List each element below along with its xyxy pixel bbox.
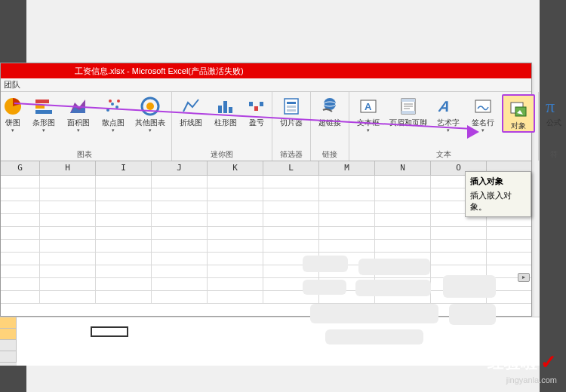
chevron-down-icon: ▾	[149, 127, 152, 133]
col-head-h[interactable]: H	[40, 161, 96, 175]
equation-button[interactable]: π 公式	[542, 94, 566, 127]
col-head-k[interactable]: K	[208, 161, 263, 175]
tab-team[interactable]: 团队	[4, 79, 20, 90]
svg-rect-1	[35, 100, 49, 103]
svg-point-9	[117, 100, 120, 103]
title-bar: 工资信息.xlsx - Microsoft Excel(产品激活失败)	[1, 63, 531, 78]
scatter-chart-button[interactable]: 散点图 ▾	[97, 94, 129, 133]
svg-rect-28	[401, 111, 415, 114]
object-button[interactable]: 对象	[505, 97, 532, 130]
watermark-redaction	[303, 256, 514, 346]
col-head-l[interactable]: L	[263, 161, 319, 175]
header-footer-icon	[398, 96, 419, 117]
svg-text:A: A	[365, 101, 372, 112]
other-charts-button[interactable]: 其他图表 ▾	[132, 94, 168, 133]
sparkline-line-button[interactable]: 折线图	[175, 94, 207, 127]
tooltip-title: 插入对象	[470, 176, 526, 187]
header-footer-button[interactable]: 页眉和页脚	[387, 94, 429, 127]
watermark-url: jingyanla.com	[488, 375, 557, 384]
pie-chart-icon	[2, 96, 23, 117]
svg-point-6	[111, 103, 114, 106]
slicer-button[interactable]: 切片器	[275, 94, 307, 127]
svg-rect-19	[287, 102, 296, 104]
svg-rect-20	[287, 106, 296, 108]
group-sparklines: 折线图 柱形图 盈亏 迷你图	[172, 92, 272, 161]
excel-window: 工资信息.xlsx - Microsoft Excel(产品激活失败) 团队 饼…	[0, 63, 532, 317]
signature-icon	[472, 96, 494, 117]
chevron-down-icon: ▾	[77, 127, 80, 133]
svg-point-22	[324, 98, 336, 110]
slicer-icon	[281, 96, 302, 117]
svg-rect-14	[229, 107, 232, 113]
wordart-icon: A	[438, 96, 459, 117]
equation-icon: π	[543, 96, 564, 117]
object-icon	[508, 99, 529, 120]
scatter-chart-icon	[103, 96, 124, 117]
pie-chart-button[interactable]: 饼图 ▾	[1, 94, 25, 133]
group-filter: 切片器 筛选器	[272, 92, 311, 161]
svg-rect-3	[35, 110, 52, 114]
ribbon: 饼图 ▾ 条形图 ▾ 面积图 ▾	[1, 92, 531, 161]
group-charts: 饼图 ▾ 条形图 ▾ 面积图 ▾	[1, 92, 172, 161]
hyperlink-icon	[319, 96, 340, 117]
svg-point-8	[109, 100, 112, 103]
checkmark-icon: ✓	[540, 351, 557, 374]
object-tooltip: 插入对象 插入嵌入对象。	[465, 171, 531, 217]
cell-selection	[91, 326, 128, 337]
other-charts-icon	[140, 96, 161, 117]
col-head-g[interactable]: G	[1, 161, 40, 175]
col-head-m[interactable]: M	[319, 161, 375, 175]
svg-rect-33	[475, 100, 491, 112]
chevron-down-icon: ▾	[481, 127, 484, 133]
svg-rect-21	[287, 109, 296, 112]
sparkline-winloss-icon	[246, 96, 267, 117]
chevron-down-icon: ▾	[42, 127, 45, 133]
svg-rect-15	[249, 102, 253, 106]
scroll-right-button[interactable]: ▸	[518, 273, 530, 282]
window-title: 工资信息.xlsx - Microsoft Excel(产品激活失败)	[75, 66, 244, 77]
tooltip-body: 插入嵌入对象。	[470, 191, 512, 211]
textbox-icon: A	[358, 96, 379, 117]
object-highlight: 对象	[502, 94, 535, 133]
group-links: 超链接 链接	[311, 92, 349, 161]
ribbon-tab-bar: 团队	[1, 78, 531, 92]
svg-point-11	[146, 103, 154, 110]
svg-rect-17	[260, 102, 263, 106]
col-head-n[interactable]: N	[375, 161, 431, 175]
annotation-arrow-head	[467, 125, 479, 139]
bar-chart-button[interactable]: 条形图 ▾	[28, 94, 60, 133]
svg-rect-13	[223, 101, 227, 113]
svg-text:A: A	[438, 98, 451, 115]
bar-chart-icon	[33, 96, 54, 117]
chevron-down-icon: ▾	[11, 127, 14, 133]
chevron-down-icon: ▾	[367, 127, 370, 133]
chevron-down-icon: ▾	[112, 127, 115, 133]
svg-rect-12	[218, 106, 222, 113]
svg-rect-16	[254, 106, 258, 111]
col-head-j[interactable]: J	[152, 161, 208, 175]
sparkline-column-button[interactable]: 柱形图	[210, 94, 241, 127]
watermark-logo: 经验啦 ✓ jingyanla.com	[488, 351, 557, 384]
area-chart-button[interactable]: 面积图 ▾	[63, 94, 94, 133]
watermark-brand: 经验啦	[488, 351, 537, 374]
textbox-button[interactable]: A 文本框 ▾	[352, 94, 384, 133]
column-header-row: G H I J K L M N O	[1, 161, 531, 176]
col-head-i[interactable]: I	[96, 161, 152, 175]
sparkline-winloss-button[interactable]: 盈亏	[245, 94, 269, 127]
svg-text:π: π	[546, 96, 555, 116]
svg-rect-27	[401, 99, 415, 102]
group-symbols: π 公式 符	[539, 92, 566, 161]
row-header-area	[0, 317, 17, 366]
